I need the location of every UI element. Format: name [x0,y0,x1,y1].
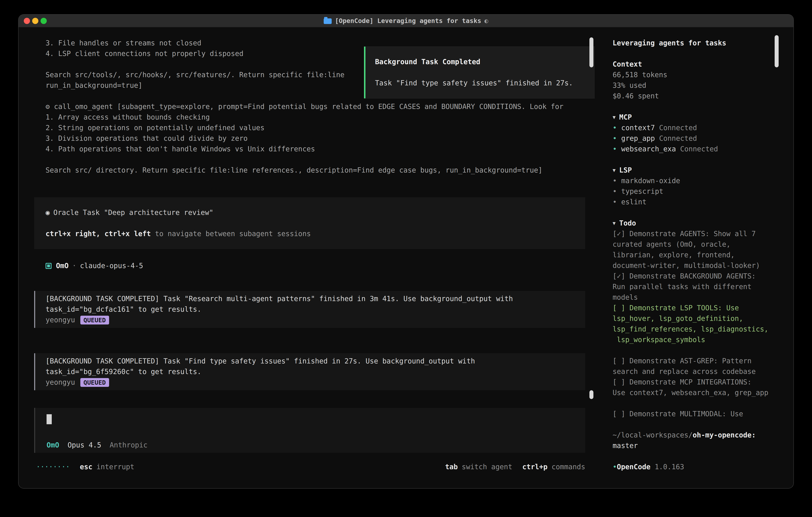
todo-item: [✓] Demonstrate AGENTS: Show all 7 curat… [613,228,775,271]
mcp-item: •context7Connected [613,123,775,133]
context-tokens: 66,518 tokens [613,70,775,80]
task-message: [BACKGROUND TASK COMPLETED] Task "Find t… [34,353,585,390]
text-cursor [47,414,52,424]
agent-model: claude-opus-4-5 [80,261,143,271]
task-author: yeongyu [46,315,75,325]
separator-dot: · [72,261,76,271]
active-agent-label: OmO [47,440,59,451]
todo-section-heading[interactable]: ▼Todo [613,218,775,228]
background-task-notification: Background Task Completed Task "Find typ… [364,47,594,98]
lsp-item: •typescript [613,186,775,197]
task-message-text: [BACKGROUND TASK COMPLETED] Task "Find t… [46,356,585,377]
task-author: yeongyu [46,377,75,388]
tab-key-label: switch agent [462,462,512,472]
lsp-name: typescript [621,187,663,195]
ctrlp-key-label: commands [551,462,585,472]
session-title: Leveraging agents for tasks [613,38,775,48]
shortcut-keys: ctrl+x right, ctrl+x left [46,230,151,238]
chevron-down-icon: ▼ [613,167,616,173]
mcp-status: Connected [680,145,718,153]
lsp-item: •markdown-oxide [613,175,775,186]
esc-key-hint: esc [80,462,92,472]
todo-item: [ ] Demonstrate LSP TOOLS: Use lsp_hover… [613,303,775,345]
lsp-section-label: LSP [619,166,632,174]
status-bar-left: ········ esc interrupt [36,462,134,472]
mcp-section-heading[interactable]: ▼MCP [613,112,775,123]
oracle-task-panel[interactable]: ◉Oracle Task "Deep architecture review" … [34,197,585,249]
ctrlp-key-hint: ctrl+p [522,462,548,472]
terminal-window: [OpenCode] Leveraging agents for tasks ◐… [19,15,793,488]
todo-item: [✓] Demonstrate BACKGROUND AGENTS: Run p… [613,271,775,303]
context-used: 33% used [613,80,775,91]
opencode-version: 1.0.163 [655,463,684,471]
lsp-name: eslint [621,198,646,206]
todo-section-label: Todo [619,219,636,227]
sidebar-scrollbar-thumb[interactable] [775,35,779,67]
bullet-icon: • [613,198,617,206]
prompt-input[interactable]: OmO Opus 4.5 Anthropic [34,408,585,453]
model-info-row: OmO Opus 4.5 Anthropic [47,440,147,451]
status-badge: QUEUED [80,316,109,324]
tab-hint-group: tab switch agent [445,462,512,472]
window-title: [OpenCode] Leveraging agents for tasks [335,16,481,26]
status-bar-right: tab switch agent ctrl+p commands [435,462,585,472]
bullet-icon: • [613,177,617,185]
tab-key-hint: tab [445,462,458,472]
workspace-branch: master [613,440,775,451]
workspace-path: ~/local-workspaces/oh-my-opencode: maste… [613,430,775,451]
notification-title: Background Task Completed [375,57,594,67]
oracle-task-title: Oracle Task "Deep architecture review" [53,209,213,217]
mcp-status: Connected [659,124,697,132]
session-sidebar: Leveraging agents for tasks Context 66,5… [613,38,775,472]
lsp-name: markdown-oxide [621,177,680,185]
workspace-path-line: ~/local-workspaces/oh-my-opencode: [613,430,775,440]
chevron-down-icon: ▼ [613,114,616,120]
chevron-down-icon: ▼ [613,220,616,226]
lsp-section-heading[interactable]: ▼LSP [613,165,775,175]
provider-label: Anthropic [110,440,148,451]
todo-item: [ ] Demonstrate MCP INTEGRATIONS: Use co… [613,377,775,398]
main-scrollbar-thumb[interactable] [589,390,593,399]
bullet-icon: • [613,145,617,153]
commands-hint-group: ctrl+p commands [522,462,585,472]
mcp-name: websearch_exa [621,145,676,153]
status-badge: QUEUED [80,378,109,387]
opencode-version-row: •OpenCode1.0.163 [613,462,775,472]
mcp-item: •websearch_exaConnected [613,144,775,154]
lsp-item: •eslint [613,197,775,207]
agent-header: OmO · claude-opus-4-5 [46,261,143,271]
mcp-name: grep_app [621,134,655,142]
mcp-status: Connected [659,134,697,142]
context-heading: Context [613,59,775,70]
workspace-repo: oh-my-opencode: [693,431,756,439]
mcp-item: •grep_appConnected [613,133,775,144]
task-message: [BACKGROUND TASK COMPLETED] Task "Resear… [34,291,585,328]
task-message-meta: yeongyu QUEUED [46,315,585,325]
mcp-section-label: MCP [619,113,632,121]
workspace-prefix: ~/local-workspaces/ [613,431,693,439]
todo-item: [ ] Demonstrate MULTIMODAL: Use [613,409,775,419]
mcp-name: context7 [621,124,655,132]
bullet-icon: • [613,463,617,471]
agent-name: OmO [56,261,68,271]
agent-square-icon [46,263,52,269]
todo-item: [ ] Demonstrate AST-GREP: Pattern search… [613,356,775,377]
bullet-icon: • [613,187,617,195]
opencode-name: OpenCode [617,463,650,471]
active-model-label: Opus 4.5 [67,440,101,451]
oracle-icon: ◉ [46,209,50,217]
status-bar: ········ esc interrupt tab switch agent … [36,462,585,472]
bullet-icon: • [613,134,617,142]
main-scrollbar-thumb[interactable] [589,37,593,67]
shortcut-description: to navigate between subagent sessions [151,230,311,238]
context-spent: $0.46 spent [613,91,775,101]
task-message-meta: yeongyu QUEUED [46,377,585,388]
folder-icon [324,19,332,24]
bullet-icon: • [613,124,617,132]
task-message-text: [BACKGROUND TASK COMPLETED] Task "Resear… [46,294,585,315]
window-titlebar[interactable]: [OpenCode] Leveraging agents for tasks ◐ [19,15,793,27]
esc-key-label: interrupt [96,462,135,472]
subagent-navigation-hint: ctrl+x right, ctrl+x left to navigate be… [46,228,585,239]
session-state-icon: ◐ [484,16,488,26]
oracle-task-title-row: ◉Oracle Task "Deep architecture review" [46,207,585,218]
